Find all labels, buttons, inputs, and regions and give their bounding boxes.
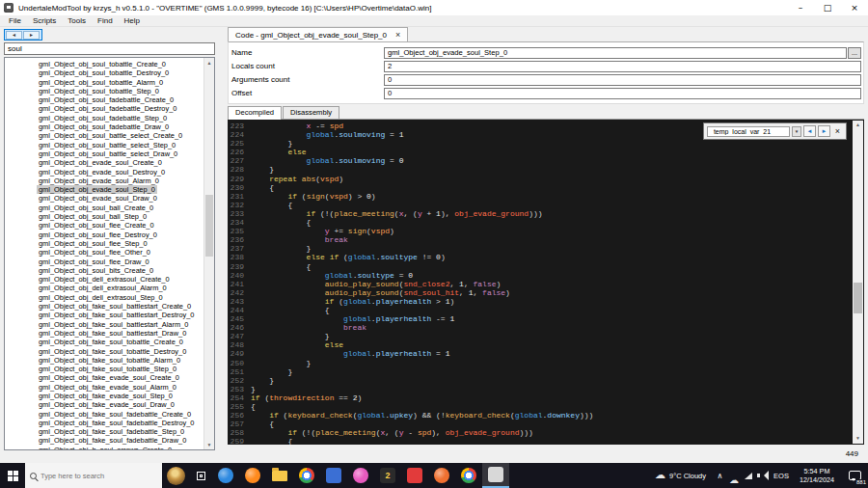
sidebar-item[interactable]: gml_Object_obj_fake_soul_tobattle_Step_0 <box>5 365 203 373</box>
network-tray-icon[interactable] <box>743 470 754 481</box>
code-line[interactable]: 238 else if (global.soultype != 0) <box>228 253 864 261</box>
code-line[interactable]: 255{ <box>228 402 864 411</box>
tab-close-icon[interactable]: × <box>395 31 400 40</box>
sidebar-item[interactable]: gml_Object_obj_soul_flee_Destroy_0 <box>5 230 203 239</box>
code-line[interactable]: 258 if (!(place_meeting(x, (y - spd), ob… <box>228 428 864 437</box>
sidebar-item[interactable]: gml_Object_obj_soul_battle_select_Create… <box>5 131 203 140</box>
sidebar-item[interactable]: gml_Object_obj_soul_flee_Create_0 <box>5 221 203 230</box>
taskbar-search-input[interactable] <box>41 472 147 480</box>
code-line[interactable]: 228 } <box>228 165 864 174</box>
sidebar-search-input[interactable] <box>4 42 215 55</box>
sidebar-item[interactable]: gml_Object_obj_soul_fadebattle_Draw_0 <box>5 122 203 131</box>
language-indicator[interactable]: EOS <box>770 463 793 488</box>
code-line[interactable]: 257 { <box>228 420 864 428</box>
sidebar-item[interactable]: gml_Object_obj_fake_soul_battlestart_Ala… <box>5 320 203 329</box>
sidebar-item[interactable]: gml_Object_obj_soul_fadebattle_Destroy_0 <box>5 104 203 113</box>
arguments-count-field[interactable] <box>384 74 861 86</box>
sidebar-item[interactable]: gml_Object_obj_h_soul_arrows_Create_0 <box>5 446 203 450</box>
code-line[interactable]: 250 } <box>228 359 864 367</box>
action-center-button[interactable]: 881 <box>841 463 868 488</box>
sidebar-item[interactable]: gml_Object_obj_fake_evade_soul_Alarm_0 <box>5 383 203 392</box>
sidebar-item[interactable]: gml_Object_obj_fake_evade_soul_Create_0 <box>5 373 203 382</box>
code-line[interactable]: 252 } <box>228 376 864 385</box>
sidebar-item[interactable]: gml_Object_obj_soul_flee_Other_0 <box>5 248 203 257</box>
sidebar-item[interactable]: gml_Object_obj_soul_ball_Step_0 <box>5 212 203 221</box>
sidebar-item[interactable]: gml_Object_obj_fake_soul_tobattle_Create… <box>5 338 203 346</box>
locals-count-field[interactable] <box>384 61 861 72</box>
sidebar-item[interactable]: gml_Object_obj_evade_soul_Create_0 <box>5 158 203 167</box>
tab-disassembly[interactable]: Disassembly <box>283 106 339 119</box>
code-line[interactable]: 229 repeat abs(vspd) <box>228 175 864 183</box>
menu-find[interactable]: Find <box>92 16 119 25</box>
taskbar-clock[interactable]: 5:54 PM 12/14/2024 <box>793 463 841 488</box>
close-button[interactable]: × <box>841 0 868 15</box>
offset-field[interactable] <box>384 88 861 99</box>
sidebar-item[interactable]: gml_Object_obj_soul_bits_Create_0 <box>5 266 203 275</box>
sidebar-item[interactable]: gml_Object_obj_fake_evade_soul_Step_0 <box>5 392 203 400</box>
sidebar-item[interactable]: gml_Object_obj_evade_soul_Alarm_0 <box>5 176 203 185</box>
code-line[interactable]: 235 y += sign(vspd) <box>228 227 864 235</box>
app-pink-icon[interactable] <box>347 463 374 488</box>
code-line[interactable]: 247 } <box>228 332 864 340</box>
code-line[interactable]: 225 } <box>228 139 864 148</box>
volume-tray-icon[interactable] <box>756 470 768 481</box>
sidebar-item[interactable]: gml_Object_obj_soul_tobattle_Create_0 <box>5 60 203 68</box>
browse-button[interactable]: ... <box>848 47 861 59</box>
nav-back-button[interactable]: ◄ <box>6 31 22 40</box>
code-line[interactable]: 233 if (!(place_meeting(x, (y + 1), obj_… <box>228 209 864 218</box>
code-line[interactable]: 236 break <box>228 235 864 244</box>
code-line[interactable]: 239 { <box>228 262 864 271</box>
sidebar-item[interactable]: gml_Object_obj_soul_tobattle_Alarm_0 <box>5 78 203 87</box>
code-line[interactable]: 230 { <box>228 183 864 192</box>
code-line[interactable]: 240 global.soultype = 0 <box>228 271 864 280</box>
maximize-button[interactable]: □ <box>814 0 841 15</box>
editor-scroll-up-icon[interactable]: ▲ <box>853 121 863 130</box>
nav-forward-button[interactable]: ► <box>23 31 40 40</box>
editor-scroll-down-icon[interactable]: ▼ <box>853 434 863 444</box>
name-field[interactable] <box>384 47 847 59</box>
sidebar-item[interactable]: gml_Object_obj_fake_soul_tobattle_Destro… <box>5 347 203 356</box>
code-line[interactable]: 254if (throwdirection == 2) <box>228 393 864 402</box>
code-line[interactable]: 259 { <box>228 437 864 445</box>
code-line[interactable]: 227 global.soulmoving = 0 <box>228 156 864 165</box>
sidebar-item[interactable]: gml_Object_obj_soul_battle_select_Draw_0 <box>5 149 203 158</box>
sidebar-item[interactable]: gml_Object_obj_soul_battle_select_Step_0 <box>5 141 203 149</box>
weather-widget[interactable]: ☁ 9°C Cloudy <box>648 463 713 488</box>
sidebar-item[interactable]: gml_Object_obj_fake_soul_battlestart_Cre… <box>5 302 203 311</box>
sidebar-item[interactable]: gml_Object_obj_fake_soul_battlestart_Dra… <box>5 329 203 338</box>
code-line[interactable]: 253} <box>228 385 864 393</box>
find-close-icon[interactable]: × <box>832 125 843 137</box>
asset-tree[interactable]: gml_Object_obj_soul_tobattle_Create_0gml… <box>4 57 215 450</box>
sidebar-scrollbar-thumb[interactable] <box>205 195 213 257</box>
task-view-button[interactable] <box>189 463 212 488</box>
sidebar-item[interactable]: gml_Object_obj_evade_soul_Destroy_0 <box>5 168 203 176</box>
sidebar-item[interactable]: gml_Object_obj_soul_flee_Draw_0 <box>5 258 203 266</box>
sidebar-item[interactable]: gml_Object_obj_fake_soul_fadebattle_Crea… <box>5 410 203 419</box>
sidebar-item[interactable]: gml_Object_obj_evade_soul_Draw_0 <box>5 194 203 203</box>
find-next-button[interactable]: ► <box>818 125 830 137</box>
sidebar-item[interactable]: gml_Object_obj_soul_ball_Create_0 <box>5 203 203 212</box>
find-previous-button[interactable]: ◄ <box>803 125 816 137</box>
editor-scrollbar[interactable]: ▲ ▼ <box>853 121 863 444</box>
file-explorer-icon[interactable] <box>266 463 293 488</box>
start-button[interactable] <box>0 463 25 488</box>
app-blue-icon[interactable] <box>320 463 347 488</box>
code-line[interactable]: 234 { <box>228 218 864 227</box>
scroll-down-icon[interactable]: ▼ <box>204 440 214 449</box>
undertalemodtool-icon[interactable] <box>482 463 509 488</box>
sidebar-item[interactable]: gml_Object_obj_fake_soul_fadebattle_Dest… <box>5 419 203 427</box>
chrome-icon[interactable] <box>293 463 320 488</box>
menu-help[interactable]: Help <box>119 16 146 25</box>
taskbar-search[interactable] <box>25 463 162 488</box>
code-line[interactable]: 241 audio_play_sound(snd_close2, 1, fals… <box>228 280 864 288</box>
sidebar-item[interactable]: gml_Object_obj_dell_extrasoul_Alarm_0 <box>5 284 203 292</box>
sidebar-scrollbar[interactable]: ▲ ▼ <box>203 58 214 449</box>
sidebar-item[interactable]: gml_Object_obj_fake_soul_fadebattle_Step… <box>5 427 203 436</box>
eagle-shortcut[interactable] <box>162 463 189 488</box>
tab-decompiled[interactable]: Decompiled <box>228 106 282 120</box>
cloud-tray-icon[interactable] <box>729 470 741 481</box>
find-input[interactable] <box>707 126 790 137</box>
code-line[interactable]: 226 else <box>228 148 864 156</box>
edge-icon[interactable] <box>212 463 239 488</box>
code-line[interactable]: 243 if (global.playerhealth > 1) <box>228 297 864 306</box>
